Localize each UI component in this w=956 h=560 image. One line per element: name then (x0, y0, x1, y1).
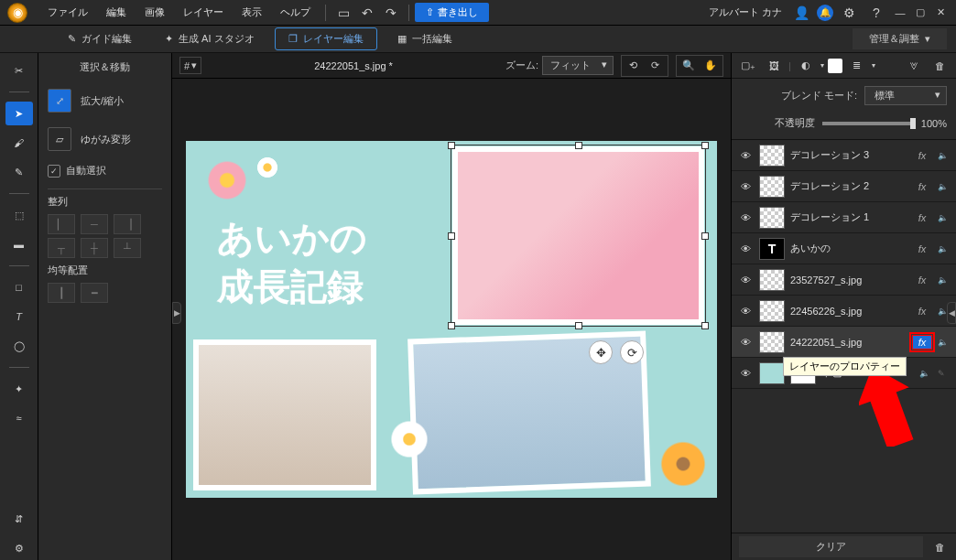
manage-dropdown[interactable]: 管理＆調整▾ (853, 28, 947, 49)
move-overlay-button[interactable]: ✥ (589, 340, 613, 364)
rotate-left-icon[interactable]: ⟲ (624, 58, 644, 74)
visibility-icon[interactable]: 👁 (737, 150, 754, 161)
canvas-viewport[interactable]: あいかの成長記録 ✥ ⟳ (172, 79, 731, 560)
file-tab[interactable]: 24222051_s.jpg * (314, 60, 393, 71)
visibility-icon[interactable]: 👁 (737, 368, 754, 379)
visibility-icon[interactable]: 👁 (737, 306, 754, 317)
text-tool[interactable]: T (5, 305, 33, 328)
add-layer-icon[interactable]: ▢₊ (737, 57, 759, 75)
redo-icon[interactable]: ↷ (381, 3, 401, 23)
gradient-tool[interactable]: ▬ (5, 232, 33, 256)
rect-select-tool[interactable]: ⬚ (5, 203, 33, 227)
layer-speaker-icon[interactable]: 🔈 (919, 369, 932, 378)
app-logo[interactable]: ◉ (7, 3, 27, 23)
layer-row[interactable]: 👁22456226_s.jpgfx🔈 (732, 296, 956, 327)
visibility-icon[interactable]: 👁 (737, 212, 754, 223)
pen-tool[interactable]: ✎ (5, 160, 33, 184)
layer-fx-button[interactable]: fx (912, 306, 932, 317)
layer-fx-button[interactable]: fx (912, 243, 932, 254)
selection-box[interactable] (451, 145, 706, 327)
visibility-icon[interactable]: 👁 (737, 181, 754, 192)
minimize-button[interactable]: — (892, 5, 908, 21)
visibility-icon[interactable]: 👁 (737, 275, 754, 285)
menu-help[interactable]: ヘルプ (271, 5, 320, 19)
option-warp[interactable]: ▱ゆがみ変形 (48, 120, 162, 158)
mask-icon[interactable] (828, 59, 842, 73)
preferences-tool[interactable]: ⚙ (5, 536, 33, 560)
user-icon[interactable]: 👤 (791, 3, 811, 23)
layer-speaker-icon[interactable]: 🔈 (938, 151, 951, 160)
undo-icon[interactable]: ↶ (357, 3, 377, 23)
clear-button[interactable]: クリア (739, 536, 923, 557)
pan-icon[interactable]: ✋ (701, 58, 721, 74)
notification-icon[interactable]: 🔔 (817, 5, 833, 21)
align-bottom[interactable]: ┴ (114, 238, 141, 258)
menu-layer[interactable]: レイヤー (174, 5, 233, 19)
option-scale[interactable]: ⤢拡大/縮小 (48, 81, 162, 120)
grid-dropdown[interactable]: #▾ (179, 57, 201, 74)
heal-tool[interactable]: ≈ (5, 406, 33, 430)
crop-tool[interactable]: ✂ (5, 59, 33, 82)
help-icon[interactable]: ? (866, 3, 886, 23)
distribute-v[interactable]: ━ (81, 283, 108, 303)
mode-ai[interactable]: ✦生成 AI スタジオ (152, 28, 267, 49)
move-tool[interactable]: ➤ (5, 102, 33, 125)
layer-edit-icon[interactable]: ✎ (938, 369, 951, 378)
export-button[interactable]: ⇧書き出し (415, 3, 489, 22)
zoom-icon[interactable]: 🔍 (679, 58, 699, 74)
layer-row[interactable]: 👁デコレーション 3fx🔈 (732, 140, 956, 171)
close-button[interactable]: ✕ (932, 5, 949, 21)
layer-fx-button[interactable]: fx (912, 275, 932, 285)
visibility-icon[interactable]: 👁 (737, 243, 754, 254)
opacity-slider[interactable] (822, 122, 914, 125)
rotate-overlay-button[interactable]: ⟳ (620, 340, 644, 364)
layer-speaker-icon[interactable]: 🔈 (938, 213, 951, 222)
adjust-icon[interactable]: ◐ (795, 57, 817, 75)
layer-fx-button[interactable]: fx (912, 335, 932, 350)
menu-file[interactable]: ファイル (38, 5, 97, 19)
canvas-text[interactable]: あいかの成長記録 (217, 214, 367, 311)
mode-guide[interactable]: ✎ガイド編集 (55, 28, 145, 49)
layer-row[interactable]: 👁Tあいかのfx🔈 (732, 233, 956, 264)
ellipse-tool[interactable]: ◯ (5, 334, 33, 358)
mode-batch[interactable]: ▦一括編集 (385, 28, 465, 49)
layer-speaker-icon[interactable]: 🔈 (938, 182, 951, 191)
blend-mode-select[interactable]: 標準 (864, 86, 947, 105)
menu-view[interactable]: 表示 (233, 5, 271, 19)
expand-right-icon[interactable]: ◀ (947, 302, 956, 324)
canvas-photo[interactable] (193, 339, 376, 490)
save-icon[interactable]: ▭ (333, 3, 353, 23)
option-autoselect[interactable]: ✓自動選択 (48, 158, 162, 183)
delete-layer-icon[interactable]: 🗑 (929, 57, 951, 75)
list-icon[interactable]: ≣ (846, 57, 868, 75)
layer-fx-button[interactable]: fx (912, 150, 932, 161)
rotate-right-icon[interactable]: ⟳ (646, 58, 666, 74)
layer-row[interactable]: 👁デコレーション 1fx🔈 (732, 202, 956, 233)
settings-icon[interactable]: ⚙ (839, 3, 859, 23)
distribute-h[interactable]: ┃ (48, 283, 75, 303)
trash-icon[interactable]: 🗑 (930, 538, 949, 556)
align-center-h[interactable]: ─ (81, 214, 108, 234)
add-image-icon[interactable]: 🖼 (763, 57, 785, 75)
align-left[interactable]: ▏ (48, 214, 75, 234)
canvas[interactable]: あいかの成長記録 ✥ ⟳ (186, 141, 717, 498)
shape-tool[interactable]: □ (5, 275, 33, 299)
layer-speaker-icon[interactable]: 🔈 (938, 338, 951, 347)
layer-fx-button[interactable]: fx (912, 181, 932, 192)
align-top[interactable]: ┬ (48, 238, 75, 258)
mode-layer[interactable]: ❐レイヤー編集 (275, 27, 377, 50)
visibility-icon[interactable]: 👁 (737, 337, 754, 348)
arrange-tool[interactable]: ⇵ (5, 507, 33, 531)
layer-row[interactable]: 👁デコレーション 2fx🔈 (732, 171, 956, 202)
expand-left-icon[interactable]: ▶ (172, 302, 181, 324)
layer-row[interactable]: 👁23527527_s.jpgfx🔈 (732, 264, 956, 296)
layer-speaker-icon[interactable]: 🔈 (938, 275, 951, 285)
brush-tool[interactable]: 🖌 (5, 131, 33, 155)
align-right[interactable]: ▕ (114, 214, 141, 234)
layer-fx-button[interactable]: fx (912, 212, 932, 223)
layer-speaker-icon[interactable]: 🔈 (938, 244, 951, 253)
effects-tool[interactable]: ✦ (5, 377, 33, 401)
layer-row[interactable]: 👁24222051_s.jpgfx🔈 (732, 327, 956, 358)
menu-edit[interactable]: 編集 (97, 5, 136, 19)
maximize-button[interactable]: ▢ (912, 5, 929, 21)
